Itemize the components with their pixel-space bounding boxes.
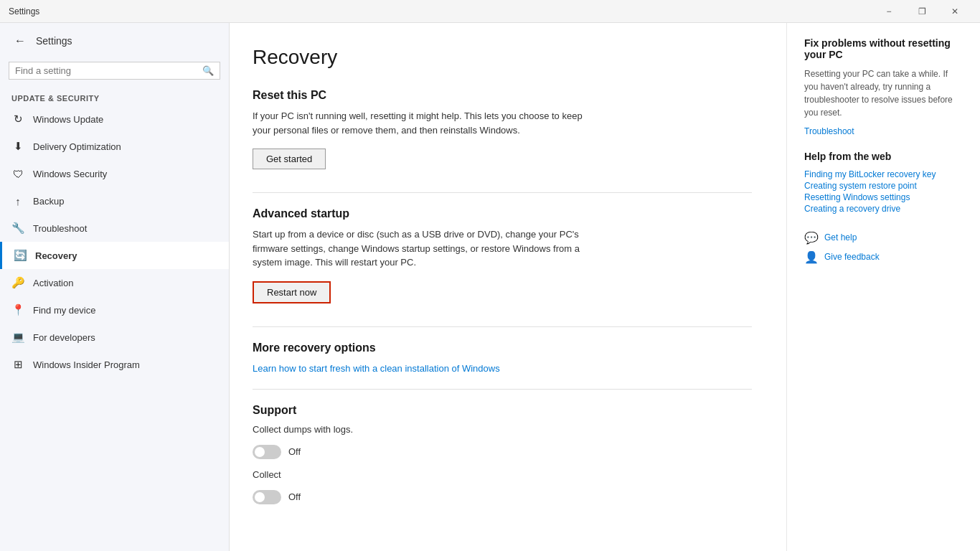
advanced-section-desc: Start up from a device or disc (such as … — [253, 227, 583, 270]
get-started-button[interactable]: Get started — [253, 149, 326, 169]
toggle1-label: Collect dumps with logs. — [253, 424, 353, 435]
search-box[interactable]: 🔍 — [9, 62, 220, 80]
delivery-optimization-icon: ⬇ — [11, 140, 24, 153]
sidebar-item-windows-insider[interactable]: ⊞ Windows Insider Program — [0, 351, 229, 378]
sidebar-item-find-my-device[interactable]: 📍 Find my device — [0, 296, 229, 324]
search-icon[interactable]: 🔍 — [202, 65, 214, 76]
sidebar-item-recovery[interactable]: 🔄 Recovery — [0, 242, 229, 269]
give-feedback-link[interactable]: Give feedback — [824, 252, 880, 262]
sidebar: ← Settings 🔍 Update & Security ↻ Windows… — [0, 23, 230, 551]
page-title: Recovery — [253, 46, 752, 69]
get-help-link[interactable]: Get help — [824, 232, 857, 242]
find-my-device-icon: 📍 — [11, 303, 24, 316]
titlebar-controls: − ❐ ✕ — [872, 0, 971, 23]
help-title: Help from the web — [804, 151, 963, 162]
nav-label-for-developers: For developers — [33, 332, 95, 343]
recovery-drive-link[interactable]: Creating a recovery drive — [804, 204, 963, 214]
sidebar-item-windows-security[interactable]: 🛡 Windows Security — [0, 160, 229, 187]
divider-3 — [253, 389, 752, 390]
sidebar-item-delivery-optimization[interactable]: ⬇ Delivery Optimization — [0, 133, 229, 160]
main-content: Recovery Reset this PC If your PC isn't … — [230, 23, 786, 551]
sidebar-item-backup[interactable]: ↑ Backup — [0, 187, 229, 215]
give-feedback-icon: 👤 — [804, 250, 819, 264]
nav-label-windows-update: Windows Update — [33, 114, 103, 125]
more-options-section: More recovery options Learn how to start… — [253, 342, 752, 375]
toggle2-label: Collect — [253, 469, 281, 480]
content-area: ← Settings 🔍 Update & Security ↻ Windows… — [0, 23, 980, 551]
toggle1-state: Off — [288, 446, 301, 457]
toggle2[interactable] — [253, 490, 281, 504]
advanced-section-title: Advanced startup — [253, 207, 752, 220]
divider-1 — [253, 192, 752, 193]
toggle-row-2-controls: Off — [253, 490, 752, 504]
activation-icon: 🔑 — [11, 276, 24, 289]
more-options-title: More recovery options — [253, 342, 752, 354]
nav-label-recovery: Recovery — [35, 250, 77, 261]
fix-title: Fix problems without resetting your PC — [804, 37, 963, 60]
nav-label-find-my-device: Find my device — [33, 305, 95, 316]
resetting-windows-link[interactable]: Resetting Windows settings — [804, 192, 963, 202]
get-help-action: 💬 Get help — [804, 231, 963, 245]
nav-label-activation: Activation — [33, 278, 73, 288]
restore-point-link[interactable]: Creating system restore point — [804, 181, 963, 191]
sidebar-item-for-developers[interactable]: 💻 For developers — [0, 324, 229, 351]
settings-window: Settings − ❐ ✕ ← Settings 🔍 Update & Sec… — [0, 0, 980, 551]
divider-2 — [253, 326, 752, 327]
for-developers-icon: 💻 — [11, 331, 24, 344]
fix-desc: Resetting your PC can take a while. If y… — [804, 67, 963, 119]
close-button[interactable]: ✕ — [938, 0, 971, 23]
minimize-button[interactable]: − — [872, 0, 905, 23]
support-section: Support Collect dumps with logs. Off Col… — [253, 404, 752, 504]
give-feedback-action: 👤 Give feedback — [804, 250, 963, 264]
sidebar-section-label: Update & Security — [0, 88, 229, 105]
fresh-start-link[interactable]: Learn how to start fresh with a clean in… — [253, 363, 500, 374]
windows-update-icon: ↻ — [11, 113, 24, 126]
sidebar-app-title: Settings — [36, 35, 72, 47]
recovery-icon: 🔄 — [14, 249, 27, 262]
bitlocker-link[interactable]: Finding my BitLocker recovery key — [804, 169, 963, 179]
toggle-row-2-label: Collect — [253, 469, 752, 480]
back-button[interactable]: ← — [11, 32, 29, 50]
right-panel: Fix problems without resetting your PC R… — [786, 23, 980, 551]
sidebar-item-troubleshoot[interactable]: 🔧 Troubleshoot — [0, 215, 229, 242]
nav-label-windows-insider: Windows Insider Program — [33, 359, 140, 370]
toggle2-state: Off — [288, 491, 301, 502]
fix-troubleshoot-link[interactable]: Troubleshoot — [804, 126, 963, 136]
reset-section-title: Reset this PC — [253, 89, 752, 102]
sidebar-item-activation[interactable]: 🔑 Activation — [0, 269, 229, 296]
nav-label-delivery-optimization: Delivery Optimization — [33, 141, 121, 152]
toggle1[interactable] — [253, 445, 281, 459]
sidebar-header: ← Settings — [0, 23, 229, 59]
troubleshoot-icon: 🔧 — [11, 222, 24, 235]
nav-label-backup: Backup — [33, 196, 64, 207]
toggle-row-1: Collect dumps with logs. — [253, 424, 752, 435]
actions-section: 💬 Get help 👤 Give feedback — [804, 231, 963, 264]
search-input[interactable] — [15, 65, 202, 76]
nav-label-troubleshoot: Troubleshoot — [33, 223, 87, 234]
get-help-icon: 💬 — [804, 231, 819, 245]
support-title: Support — [253, 404, 752, 417]
backup-icon: ↑ — [11, 194, 24, 207]
reset-section: Reset this PC If your PC isn't running w… — [253, 89, 752, 189]
sidebar-item-windows-update[interactable]: ↻ Windows Update — [0, 105, 229, 133]
nav-label-windows-security: Windows Security — [33, 169, 107, 179]
restart-now-button[interactable]: Restart now — [253, 281, 331, 303]
windows-security-icon: 🛡 — [11, 167, 24, 180]
reset-section-desc: If your PC isn't running well, resetting… — [253, 109, 583, 137]
advanced-section: Advanced startup Start up from a device … — [253, 207, 752, 324]
titlebar: Settings − ❐ ✕ — [0, 0, 980, 23]
toggle-row-1-controls: Off — [253, 445, 752, 459]
titlebar-title: Settings — [9, 6, 872, 17]
restore-button[interactable]: ❐ — [905, 0, 938, 23]
windows-insider-icon: ⊞ — [11, 358, 24, 371]
